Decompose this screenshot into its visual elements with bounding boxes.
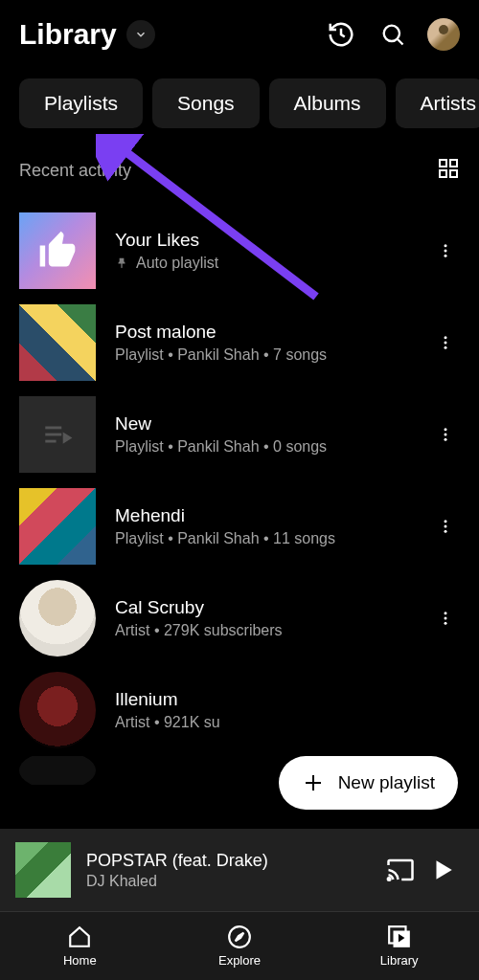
svg-marker-15 xyxy=(64,434,70,441)
svg-point-27 xyxy=(388,878,391,880)
list-item[interactable]: Cal Scruby Artist • 279K subscribers xyxy=(11,572,468,664)
svg-rect-3 xyxy=(450,160,457,167)
page-title: Library xyxy=(19,18,117,51)
chip-playlists[interactable]: Playlists xyxy=(19,78,143,128)
sort-label: Recent activity xyxy=(19,161,131,181)
item-body: Your Likes Auto playlist xyxy=(115,230,431,272)
chip-songs[interactable]: Songs xyxy=(152,78,260,128)
nav-library[interactable]: Library xyxy=(319,912,479,980)
library-list: Your Likes Auto playlist Post malone Pla… xyxy=(0,205,479,785)
item-title: Illenium xyxy=(115,689,460,710)
svg-marker-30 xyxy=(236,933,244,942)
chevron-down-icon xyxy=(139,161,154,180)
chip-albums[interactable]: Albums xyxy=(269,78,386,128)
svg-rect-2 xyxy=(440,160,446,167)
more-vert-icon xyxy=(437,518,454,535)
history-icon xyxy=(327,20,355,49)
svg-point-11 xyxy=(445,346,447,349)
item-more-button[interactable] xyxy=(431,426,460,443)
plus-icon xyxy=(302,771,325,794)
svg-point-16 xyxy=(445,428,447,431)
sort-row[interactable]: Recent activity xyxy=(0,144,479,205)
svg-point-10 xyxy=(445,342,447,345)
svg-point-20 xyxy=(445,525,447,528)
home-icon xyxy=(67,924,92,949)
miniplayer-body: POPSTAR (feat. Drake) DJ Khaled xyxy=(86,851,379,890)
list-item[interactable]: Mehendi Playlist • Pankil Shah • 11 song… xyxy=(11,480,468,572)
svg-point-17 xyxy=(445,434,447,436)
bottom-nav: Home Explore Library xyxy=(0,911,479,980)
svg-point-6 xyxy=(445,244,447,247)
svg-point-24 xyxy=(445,622,447,625)
app-header: Library xyxy=(0,0,479,61)
item-subtitle: Artist • 921K su xyxy=(115,714,460,731)
nav-home[interactable]: Home xyxy=(0,912,160,980)
item-body: Mehendi Playlist • Pankil Shah • 11 song… xyxy=(115,505,431,547)
pin-icon xyxy=(115,256,128,270)
more-vert-icon xyxy=(437,610,454,627)
item-more-button[interactable] xyxy=(431,242,460,259)
item-more-button[interactable] xyxy=(431,518,460,535)
more-vert-icon xyxy=(437,426,454,443)
item-art xyxy=(19,756,96,785)
cast-button[interactable] xyxy=(379,856,422,884)
more-vert-icon xyxy=(437,334,454,351)
item-title: New xyxy=(115,413,431,434)
miniplayer-art xyxy=(15,842,71,898)
title-chevron-button[interactable] xyxy=(126,20,155,49)
svg-point-7 xyxy=(445,250,447,253)
item-subtitle: Playlist • Pankil Shah • 11 songs xyxy=(115,530,431,547)
item-subtitle: Auto playlist xyxy=(115,255,431,272)
fab-label: New playlist xyxy=(338,772,435,793)
more-vert-icon xyxy=(437,242,454,259)
nav-explore[interactable]: Explore xyxy=(160,912,320,980)
svg-rect-5 xyxy=(450,170,457,177)
item-art xyxy=(19,580,96,657)
item-more-button[interactable] xyxy=(431,334,460,351)
grid-icon xyxy=(437,157,460,180)
item-body: Post malone Playlist • Pankil Shah • 7 s… xyxy=(115,322,431,364)
svg-point-18 xyxy=(445,438,447,441)
svg-point-8 xyxy=(445,255,447,257)
avatar[interactable] xyxy=(427,18,460,51)
item-art xyxy=(19,212,96,289)
thumbs-up-icon xyxy=(36,230,79,272)
item-body: Illenium Artist • 921K su xyxy=(115,689,460,731)
play-button[interactable] xyxy=(422,858,464,882)
item-title: Mehendi xyxy=(115,505,431,526)
svg-point-19 xyxy=(445,520,447,523)
cast-icon xyxy=(386,856,415,884)
item-subtitle: Playlist • Pankil Shah • 7 songs xyxy=(115,346,431,364)
list-item[interactable]: Illenium Artist • 921K su xyxy=(11,664,468,756)
miniplayer[interactable]: POPSTAR (feat. Drake) DJ Khaled xyxy=(0,829,479,911)
svg-marker-28 xyxy=(437,860,452,880)
item-more-button[interactable] xyxy=(431,610,460,627)
item-body: Cal Scruby Artist • 279K subscribers xyxy=(115,597,431,639)
item-art xyxy=(19,488,96,565)
history-button[interactable] xyxy=(324,17,358,52)
svg-point-21 xyxy=(445,530,447,533)
item-art xyxy=(19,304,96,381)
list-item[interactable]: Your Likes Auto playlist xyxy=(11,205,468,297)
miniplayer-title: POPSTAR (feat. Drake) xyxy=(86,851,379,871)
svg-point-23 xyxy=(445,617,447,620)
filter-chips: Playlists Songs Albums Artists xyxy=(0,61,479,144)
item-title: Post malone xyxy=(115,322,431,343)
new-playlist-button[interactable]: New playlist xyxy=(279,756,458,810)
miniplayer-artist: DJ Khaled xyxy=(86,873,379,890)
svg-rect-4 xyxy=(440,170,446,177)
list-item[interactable]: Post malone Playlist • Pankil Shah • 7 s… xyxy=(11,297,468,389)
list-item[interactable]: New Playlist • Pankil Shah • 0 songs xyxy=(11,389,468,480)
search-button[interactable] xyxy=(376,17,410,52)
item-title: Cal Scruby xyxy=(115,597,431,618)
search-icon xyxy=(379,21,406,48)
play-icon xyxy=(430,858,455,882)
chip-artists[interactable]: Artists xyxy=(396,78,479,128)
item-art xyxy=(19,672,96,748)
grid-view-button[interactable] xyxy=(437,157,460,184)
svg-point-22 xyxy=(445,612,447,614)
svg-point-0 xyxy=(384,26,399,41)
svg-line-1 xyxy=(398,39,402,44)
item-body: New Playlist • Pankil Shah • 0 songs xyxy=(115,413,431,456)
item-subtitle: Artist • 279K subscribers xyxy=(115,622,431,639)
